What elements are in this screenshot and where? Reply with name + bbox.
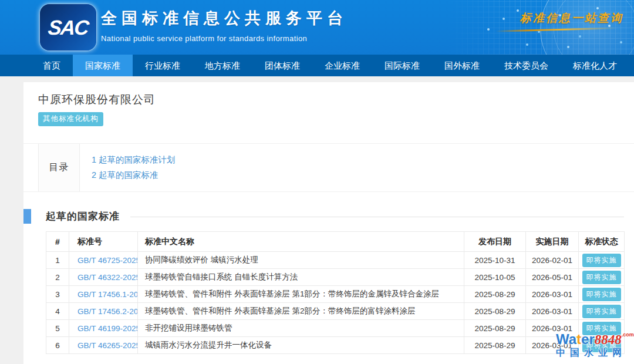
standards-table-wrap: #标准号标准中文名称发布日期实施日期标准状态 1GB/T 46725-2025协… xyxy=(46,231,624,354)
nav-item-2[interactable]: 国家标准 xyxy=(73,55,133,76)
content-card: 中原环保股份有限公司 其他标准化机构 目录 1 起草的国家标准计划2 起草的国家… xyxy=(23,82,634,364)
section-title: 起草的国家标准 xyxy=(46,210,120,223)
standard-code-cell: GB/T 17456.1-2025 xyxy=(69,286,138,303)
nav-item-10[interactable]: 标准化人才 xyxy=(561,55,629,76)
watermark-er: er xyxy=(581,331,595,347)
table-row: 6GB/T 46265-2025城镇雨水污水分流提升井一体化设备2025-08-… xyxy=(46,337,625,354)
standard-code-link[interactable]: GB/T 17456.1-2025 xyxy=(77,290,138,299)
company-name: 中原环保股份有限公司 xyxy=(38,92,634,107)
watermark-t: t xyxy=(576,331,581,347)
watermark-com: .com xyxy=(622,332,634,338)
table-row: 3GB/T 17456.1-2025球墨铸铁管、管件和附件 外表面锌基涂层 第1… xyxy=(46,286,625,303)
col-header-5: 实施日期 xyxy=(526,232,579,252)
sac-logo-text: SAC xyxy=(47,16,89,39)
standard-name-cell: 协同降碳绩效评价 城镇污水处理 xyxy=(138,252,464,269)
toc-link-1[interactable]: 1 起草的国家标准计划 xyxy=(92,154,176,166)
status-badge: 即将实施 xyxy=(582,288,621,301)
col-header-6: 标准状态 xyxy=(579,232,625,252)
watermark-logo: Water8848.com xyxy=(556,332,633,346)
row-index: 2 xyxy=(46,269,69,286)
standard-code-cell: GB/T 46265-2025 xyxy=(69,337,138,354)
section-rule-decoration xyxy=(130,217,624,217)
table-row: 4GB/T 17456.2-2025球墨铸铁管、管件和附件 外表面锌基涂层 第2… xyxy=(46,303,625,320)
nav-item-6[interactable]: 企业标准 xyxy=(312,55,372,76)
implement-date-cell: 2026-03-01 xyxy=(526,286,579,303)
water8848-watermark: Water8848.com 中国水业网 xyxy=(556,332,633,358)
standard-name-cell: 非开挖铺设用球墨铸铁管 xyxy=(138,320,464,337)
standard-code-link[interactable]: GB/T 46265-2025 xyxy=(77,341,138,350)
implement-date-cell: 2026-03-01 xyxy=(526,303,579,320)
main-nav: 首页国家标准行业标准地方标准团体标准企业标准国际标准国外标准技术委员会标准化人才 xyxy=(0,55,634,76)
table-header-row: #标准号标准中文名称发布日期实施日期标准状态 xyxy=(46,232,625,252)
standard-name-cell: 球墨铸铁管、管件和附件 外表面锌基涂层 第2部分：带终饰层的富锌涂料涂层 xyxy=(138,303,464,320)
header-slogan-text: 标准信息一站查询 xyxy=(495,11,623,26)
implement-date-cell: 2026-02-01 xyxy=(526,252,579,269)
publish-date-cell: 2025-10-31 xyxy=(464,252,526,269)
nav-item-4[interactable]: 地方标准 xyxy=(193,55,252,76)
publish-date-cell: 2025-08-29 xyxy=(464,337,526,354)
nav-item-9[interactable]: 技术委员会 xyxy=(492,55,561,76)
row-index: 5 xyxy=(46,320,69,337)
status-cell: 即将实施 xyxy=(579,252,625,269)
nav-item-7[interactable]: 国际标准 xyxy=(372,55,432,76)
table-row: 1GB/T 46725-2025协同降碳绩效评价 城镇污水处理2025-10-3… xyxy=(46,252,625,269)
publish-date-cell: 2025-08-29 xyxy=(464,286,526,303)
watermark-number: 8848 xyxy=(595,332,622,347)
site-title-block: 全国标准信息公共服务平台 National public service pla… xyxy=(101,8,348,43)
standard-code-cell: GB/T 46725-2025 xyxy=(69,252,138,269)
nav-item-8[interactable]: 国外标准 xyxy=(432,55,492,76)
row-index: 1 xyxy=(46,252,69,269)
standard-code-cell: GB/T 17456.2-2025 xyxy=(69,303,138,320)
nav-item-3[interactable]: 行业标准 xyxy=(133,55,193,76)
standard-code-link[interactable]: GB/T 46725-2025 xyxy=(77,256,138,265)
standard-code-link[interactable]: GB/T 17456.2-2025 xyxy=(77,307,138,316)
standard-code-cell: GB/T 46199-2025 xyxy=(69,320,138,337)
row-index: 6 xyxy=(46,337,69,354)
status-cell: 即将实施 xyxy=(579,269,625,286)
standard-code-link[interactable]: GB/T 46322-2025 xyxy=(77,273,138,282)
status-badge: 即将实施 xyxy=(582,254,621,267)
publish-date-cell: 2025-08-29 xyxy=(464,303,526,320)
table-row: 2GB/T 46322-2025球墨铸铁管自锚接口系统 自锚长度计算方法2025… xyxy=(46,269,625,286)
watermark-wa: Wa xyxy=(556,331,576,347)
status-badge: 即将实施 xyxy=(582,271,621,284)
toc: 目录 1 起草的国家标准计划2 起草的国家标准 xyxy=(23,143,634,192)
header-slogan: 标准信息一站查询 xyxy=(495,11,623,31)
table-row: 5GB/T 46199-2025非开挖铺设用球墨铸铁管2025-08-29202… xyxy=(46,320,625,337)
status-cell: 即将实施 xyxy=(579,303,625,320)
publish-date-cell: 2025-10-05 xyxy=(464,269,526,286)
publish-date-cell: 2025-08-29 xyxy=(464,320,526,337)
toc-link-2[interactable]: 2 起草的国家标准 xyxy=(92,170,176,181)
row-index: 4 xyxy=(46,303,69,320)
col-header-2: 标准号 xyxy=(69,232,138,252)
standards-table: #标准号标准中文名称发布日期实施日期标准状态 1GB/T 46725-2025协… xyxy=(46,231,625,354)
standard-name-cell: 球墨铸铁管、管件和附件 外表面锌基涂层 第1部分：带终饰层的金属锌及锌合金涂层 xyxy=(138,286,464,303)
standard-code-link[interactable]: GB/T 46199-2025 xyxy=(77,324,138,333)
col-header-4: 发布日期 xyxy=(464,232,526,252)
col-header-3: 标准中文名称 xyxy=(138,232,464,252)
section-marker-icon xyxy=(23,209,31,224)
watermark-site-name: 中国水业网 xyxy=(556,348,633,358)
site-subtitle: National public service platform for sta… xyxy=(101,34,348,43)
standard-name-cell: 球墨铸铁管自锚接口系统 自锚长度计算方法 xyxy=(138,269,464,286)
row-index: 3 xyxy=(46,286,69,303)
col-header-1: # xyxy=(46,232,69,252)
site-header: SAC 全国标准信息公共服务平台 National public service… xyxy=(0,0,634,55)
section-header: 起草的国家标准 xyxy=(23,208,634,224)
status-cell: 即将实施 xyxy=(579,286,625,303)
implement-date-cell: 2026-05-01 xyxy=(526,269,579,286)
sac-logo[interactable]: SAC xyxy=(40,4,96,50)
nav-item-5[interactable]: 团体标准 xyxy=(252,55,312,76)
site-title: 全国标准信息公共服务平台 xyxy=(101,8,348,29)
standard-name-cell: 城镇雨水污水分流提升井一体化设备 xyxy=(138,337,464,354)
toc-label: 目录 xyxy=(38,144,80,191)
status-badge: 即将实施 xyxy=(582,305,621,318)
nav-item-1[interactable]: 首页 xyxy=(31,55,73,76)
standard-code-cell: GB/T 46322-2025 xyxy=(69,269,138,286)
org-type-badge: 其他标准化机构 xyxy=(38,112,103,126)
toc-links: 1 起草的国家标准计划2 起草的国家标准 xyxy=(80,144,176,191)
